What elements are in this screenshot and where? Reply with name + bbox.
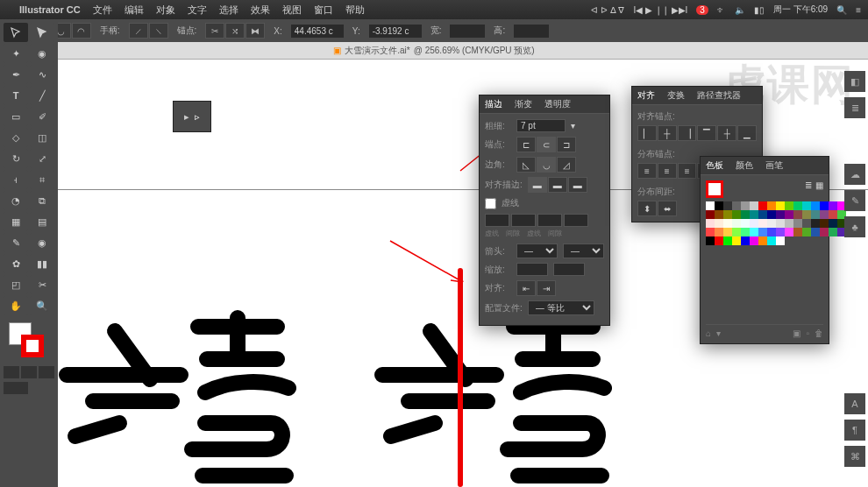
stroke-weight-dropdown[interactable]: ▾ [571, 121, 575, 131]
width-tool[interactable]: ⫞ [4, 170, 28, 189]
swatch[interactable] [811, 210, 820, 219]
dist-space-v[interactable]: ⬍ [637, 201, 657, 216]
selected-red-stroke[interactable] [458, 268, 463, 487]
menu-window[interactable]: 窗口 [314, 4, 333, 17]
dist-vcenter[interactable]: ≡ [658, 163, 677, 179]
dock-glyphs-icon[interactable]: ⌘ [844, 446, 865, 467]
swatch[interactable] [820, 210, 829, 219]
align-hcenter[interactable]: ┼ [658, 125, 677, 141]
app-name[interactable]: Illustrator CC [19, 4, 81, 15]
swatch[interactable] [723, 210, 732, 219]
media-controls[interactable]: I◀ ▶ ❘❘ ▶▶I [633, 5, 687, 15]
swatch[interactable] [741, 201, 750, 210]
fill-stroke-indicator[interactable] [4, 321, 54, 363]
menu-extra-icon[interactable]: ≡ [856, 5, 861, 15]
swatch[interactable] [793, 201, 802, 210]
align-vcenter[interactable]: ┼ [717, 125, 736, 141]
tab-swatches[interactable]: 色板 [706, 159, 723, 172]
mesh-tool[interactable]: ▦ [4, 212, 28, 231]
artboard-tool[interactable]: ◰ [4, 275, 28, 294]
dist-bottom[interactable]: ≡ [678, 163, 697, 179]
swatch[interactable] [802, 201, 811, 210]
lasso-tool[interactable]: ◉ [30, 44, 54, 63]
swatch[interactable] [706, 236, 715, 245]
clock[interactable]: 周一 下午6:09 [773, 4, 828, 16]
corner-bevel[interactable]: ◿ [557, 157, 576, 173]
y-input[interactable] [369, 25, 422, 38]
blend-tool[interactable]: ◉ [30, 233, 54, 252]
h-input[interactable] [514, 25, 549, 38]
swatch-view-grid[interactable]: ▦ [815, 180, 823, 198]
swatch[interactable] [767, 228, 776, 236]
swatch[interactable] [750, 236, 758, 245]
screen-mode[interactable] [4, 382, 28, 394]
curvature-tool[interactable]: ∿ [30, 65, 54, 84]
selection-tool[interactable] [4, 23, 28, 42]
tab-align[interactable]: 对齐 [637, 89, 655, 102]
arrow-start[interactable]: — [516, 244, 558, 258]
dock-para-icon[interactable]: ¶ [844, 420, 865, 441]
shaper-tool[interactable]: ◇ [4, 128, 28, 147]
align-bottom[interactable]: ▁ [737, 125, 757, 141]
swatch-lib-icon[interactable]: ⌂ [706, 328, 711, 338]
tab-gradient[interactable]: 渐变 [515, 98, 532, 110]
swatch[interactable] [750, 219, 758, 228]
cap-round[interactable]: ⊂ [537, 137, 556, 152]
swatch[interactable] [741, 210, 750, 219]
swatch[interactable] [715, 201, 723, 210]
swatch[interactable] [776, 228, 785, 236]
menu-file[interactable]: 文件 [93, 4, 112, 17]
magic-wand-tool[interactable]: ✦ [4, 44, 28, 63]
swatch[interactable] [811, 228, 820, 236]
swatch[interactable] [776, 236, 785, 245]
gradient-tool[interactable]: ▤ [30, 212, 54, 231]
x-input[interactable] [291, 25, 344, 38]
swatch[interactable] [706, 201, 715, 210]
stroke-weight-input[interactable] [516, 119, 566, 132]
align-inside[interactable]: ▬ [548, 177, 567, 193]
dock-char-icon[interactable]: A [844, 393, 865, 414]
color-mode-gradient[interactable] [21, 366, 37, 378]
swatch[interactable] [758, 201, 767, 210]
swatch-view-list[interactable]: ≣ [805, 180, 812, 198]
tab-color[interactable]: 颜色 [736, 159, 753, 172]
gap-2[interactable] [564, 214, 588, 227]
align-center[interactable]: ▬ [528, 177, 547, 193]
tab-transform[interactable]: 变换 [667, 89, 685, 102]
swatch[interactable] [750, 228, 758, 236]
new-swatch-icon[interactable]: ▫ [806, 328, 809, 338]
menu-effect[interactable]: 效果 [251, 4, 270, 17]
perspective-tool[interactable]: ⧉ [30, 191, 54, 210]
swatch[interactable] [715, 236, 723, 245]
dist-top[interactable]: ≡ [637, 163, 657, 179]
swatch[interactable] [732, 210, 741, 219]
current-stroke-swatch[interactable] [706, 180, 723, 198]
swatch[interactable] [785, 219, 793, 228]
tab-pathfinder[interactable]: 路径查找器 [697, 89, 741, 102]
cap-projecting[interactable]: ⊐ [557, 137, 576, 152]
wifi-icon[interactable]: ᯤ [717, 5, 726, 15]
cap-butt[interactable]: ⊏ [516, 137, 536, 152]
swatch[interactable] [820, 219, 829, 228]
profile-select[interactable]: — 等比 [528, 300, 594, 315]
swatch[interactable] [767, 219, 776, 228]
dock-layers-icon[interactable]: ≣ [844, 97, 865, 118]
swatch[interactable] [829, 228, 837, 236]
swatch-menu-icon[interactable]: ▾ [716, 328, 721, 338]
swatch[interactable] [785, 201, 793, 210]
swatch[interactable] [811, 219, 820, 228]
document-name[interactable]: 大雪演示文件.ai* [345, 45, 409, 57]
swatch[interactable] [829, 210, 837, 219]
direct-selection-tool[interactable] [30, 23, 54, 42]
swatch[interactable] [829, 219, 837, 228]
align-arrow-1[interactable]: ⇤ [516, 280, 536, 296]
swatch[interactable] [767, 201, 776, 210]
arrow-scale-end[interactable] [553, 263, 585, 276]
menu-help[interactable]: 帮助 [345, 4, 365, 17]
stroke-panel[interactable]: 描边 渐变 透明度 粗细:▾ 端点:⊏⊂⊐ 边角:◺◡◿ 对齐描边:▬▬▬ 虚线… [479, 95, 610, 326]
tab-brushes[interactable]: 画笔 [765, 159, 783, 172]
corner-round[interactable]: ◡ [537, 157, 556, 173]
eyedropper-tool[interactable]: ✎ [4, 233, 28, 252]
swatch[interactable] [758, 236, 767, 245]
swatch[interactable] [741, 236, 750, 245]
